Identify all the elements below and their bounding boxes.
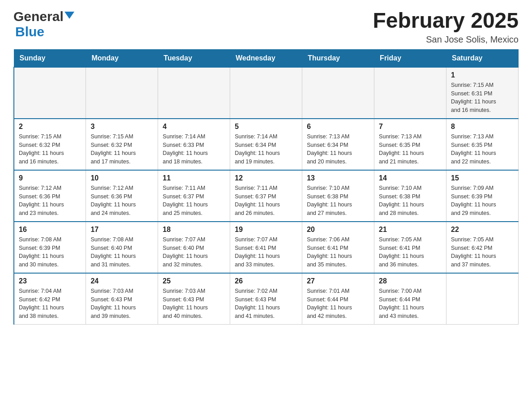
day-number: 11 (163, 174, 225, 182)
calendar-day-cell: 12Sunrise: 7:11 AMSunset: 6:37 PMDayligh… (230, 170, 302, 222)
day-info: Sunrise: 7:03 AMSunset: 6:43 PMDaylight:… (163, 287, 225, 321)
logo: General Blue (13, 9, 74, 39)
calendar-day-cell: 10Sunrise: 7:12 AMSunset: 6:36 PMDayligh… (86, 170, 158, 222)
day-info: Sunrise: 7:13 AMSunset: 6:35 PMDaylight:… (379, 133, 442, 166)
calendar-day-cell: 8Sunrise: 7:13 AMSunset: 6:35 PMDaylight… (446, 119, 519, 170)
day-number: 14 (379, 174, 442, 182)
day-number: 7 (379, 123, 442, 131)
calendar-day-header: Thursday (302, 49, 374, 67)
day-number: 6 (307, 123, 369, 131)
calendar-day-header: Wednesday (230, 49, 302, 67)
calendar-day-cell: 23Sunrise: 7:04 AMSunset: 6:42 PMDayligh… (14, 273, 86, 325)
day-info: Sunrise: 7:12 AMSunset: 6:36 PMDaylight:… (19, 184, 81, 218)
calendar-day-cell: 14Sunrise: 7:10 AMSunset: 6:38 PMDayligh… (374, 170, 446, 222)
calendar-week-row: 16Sunrise: 7:08 AMSunset: 6:39 PMDayligh… (14, 222, 519, 273)
day-info: Sunrise: 7:11 AMSunset: 6:37 PMDaylight:… (235, 184, 297, 218)
calendar-header-row: SundayMondayTuesdayWednesdayThursdayFrid… (14, 49, 519, 67)
day-info: Sunrise: 7:02 AMSunset: 6:43 PMDaylight:… (235, 287, 297, 321)
logo-blue-text: Blue (15, 24, 44, 39)
day-number: 8 (451, 123, 514, 131)
day-info: Sunrise: 7:15 AMSunset: 6:31 PMDaylight:… (451, 81, 514, 115)
calendar-day-cell: 5Sunrise: 7:14 AMSunset: 6:34 PMDaylight… (230, 119, 302, 170)
calendar-day-cell (302, 67, 374, 119)
logo-arrow-icon (64, 12, 74, 21)
calendar-day-cell: 21Sunrise: 7:05 AMSunset: 6:41 PMDayligh… (374, 222, 446, 273)
title-block: February 2025 San Jose Solis, Mexico (373, 9, 519, 45)
day-info: Sunrise: 7:03 AMSunset: 6:43 PMDaylight:… (90, 287, 153, 321)
day-info: Sunrise: 7:05 AMSunset: 6:41 PMDaylight:… (379, 235, 442, 269)
calendar-day-header: Friday (374, 49, 446, 67)
calendar-day-cell (14, 67, 86, 119)
day-number: 19 (235, 226, 297, 234)
day-info: Sunrise: 7:15 AMSunset: 6:32 PMDaylight:… (19, 133, 81, 166)
calendar-day-cell: 26Sunrise: 7:02 AMSunset: 6:43 PMDayligh… (230, 273, 302, 325)
calendar-day-cell (230, 67, 302, 119)
calendar-day-cell: 17Sunrise: 7:08 AMSunset: 6:40 PMDayligh… (86, 222, 158, 273)
calendar-day-cell: 1Sunrise: 7:15 AMSunset: 6:31 PMDaylight… (446, 67, 519, 119)
day-number: 23 (19, 277, 81, 285)
day-info: Sunrise: 7:04 AMSunset: 6:42 PMDaylight:… (19, 287, 81, 321)
day-number: 3 (90, 123, 153, 131)
calendar-week-row: 23Sunrise: 7:04 AMSunset: 6:42 PMDayligh… (14, 273, 519, 325)
day-number: 28 (379, 277, 442, 285)
logo-general-text: General (13, 9, 64, 24)
day-number: 9 (19, 174, 81, 182)
calendar-day-cell: 13Sunrise: 7:10 AMSunset: 6:38 PMDayligh… (302, 170, 374, 222)
calendar-day-cell: 27Sunrise: 7:01 AMSunset: 6:44 PMDayligh… (302, 273, 374, 325)
day-info: Sunrise: 7:13 AMSunset: 6:34 PMDaylight:… (307, 133, 369, 166)
calendar-day-cell: 3Sunrise: 7:15 AMSunset: 6:32 PMDaylight… (86, 119, 158, 170)
calendar-day-cell: 16Sunrise: 7:08 AMSunset: 6:39 PMDayligh… (14, 222, 86, 273)
calendar-day-cell: 24Sunrise: 7:03 AMSunset: 6:43 PMDayligh… (86, 273, 158, 325)
day-info: Sunrise: 7:11 AMSunset: 6:37 PMDaylight:… (163, 184, 225, 218)
calendar-day-cell: 9Sunrise: 7:12 AMSunset: 6:36 PMDaylight… (14, 170, 86, 222)
day-number: 26 (235, 277, 297, 285)
calendar-day-cell (446, 273, 519, 325)
location: San Jose Solis, Mexico (373, 34, 519, 45)
calendar-day-cell (158, 67, 230, 119)
day-info: Sunrise: 7:07 AMSunset: 6:40 PMDaylight:… (163, 235, 225, 269)
calendar-day-cell: 22Sunrise: 7:05 AMSunset: 6:42 PMDayligh… (446, 222, 519, 273)
calendar-week-row: 2Sunrise: 7:15 AMSunset: 6:32 PMDaylight… (14, 119, 519, 170)
calendar-day-header: Monday (86, 49, 158, 67)
day-info: Sunrise: 7:10 AMSunset: 6:38 PMDaylight:… (307, 184, 369, 218)
calendar-day-header: Saturday (446, 49, 519, 67)
day-info: Sunrise: 7:07 AMSunset: 6:41 PMDaylight:… (235, 235, 297, 269)
day-number: 16 (19, 226, 81, 234)
day-info: Sunrise: 7:10 AMSunset: 6:38 PMDaylight:… (379, 184, 442, 218)
calendar-day-cell: 25Sunrise: 7:03 AMSunset: 6:43 PMDayligh… (158, 273, 230, 325)
day-number: 21 (379, 226, 442, 234)
day-info: Sunrise: 7:08 AMSunset: 6:39 PMDaylight:… (19, 235, 81, 269)
calendar-day-cell: 4Sunrise: 7:14 AMSunset: 6:33 PMDaylight… (158, 119, 230, 170)
day-info: Sunrise: 7:09 AMSunset: 6:39 PMDaylight:… (451, 184, 514, 218)
calendar-day-cell: 15Sunrise: 7:09 AMSunset: 6:39 PMDayligh… (446, 170, 519, 222)
calendar-day-cell: 19Sunrise: 7:07 AMSunset: 6:41 PMDayligh… (230, 222, 302, 273)
day-number: 17 (90, 226, 153, 234)
calendar-day-cell: 2Sunrise: 7:15 AMSunset: 6:32 PMDaylight… (14, 119, 86, 170)
day-number: 22 (451, 226, 514, 234)
calendar-day-cell: 7Sunrise: 7:13 AMSunset: 6:35 PMDaylight… (374, 119, 446, 170)
day-info: Sunrise: 7:06 AMSunset: 6:41 PMDaylight:… (307, 235, 369, 269)
calendar-day-cell: 6Sunrise: 7:13 AMSunset: 6:34 PMDaylight… (302, 119, 374, 170)
day-info: Sunrise: 7:00 AMSunset: 6:44 PMDaylight:… (379, 287, 442, 321)
calendar-day-cell: 20Sunrise: 7:06 AMSunset: 6:41 PMDayligh… (302, 222, 374, 273)
day-info: Sunrise: 7:08 AMSunset: 6:40 PMDaylight:… (90, 235, 153, 269)
month-title: February 2025 (373, 9, 519, 33)
calendar-day-cell: 18Sunrise: 7:07 AMSunset: 6:40 PMDayligh… (158, 222, 230, 273)
day-number: 20 (307, 226, 369, 234)
calendar-week-row: 9Sunrise: 7:12 AMSunset: 6:36 PMDaylight… (14, 170, 519, 222)
calendar-day-cell (86, 67, 158, 119)
day-number: 12 (235, 174, 297, 182)
calendar-day-header: Tuesday (158, 49, 230, 67)
day-info: Sunrise: 7:01 AMSunset: 6:44 PMDaylight:… (307, 287, 369, 321)
calendar-day-cell: 28Sunrise: 7:00 AMSunset: 6:44 PMDayligh… (374, 273, 446, 325)
day-number: 4 (163, 123, 225, 131)
day-number: 15 (451, 174, 514, 182)
day-info: Sunrise: 7:15 AMSunset: 6:32 PMDaylight:… (90, 133, 153, 166)
day-number: 24 (90, 277, 153, 285)
calendar-day-cell: 11Sunrise: 7:11 AMSunset: 6:37 PMDayligh… (158, 170, 230, 222)
page-header: General Blue February 2025 San Jose Soli… (13, 9, 519, 45)
day-info: Sunrise: 7:13 AMSunset: 6:35 PMDaylight:… (451, 133, 514, 166)
day-number: 1 (451, 71, 514, 79)
day-info: Sunrise: 7:05 AMSunset: 6:42 PMDaylight:… (451, 235, 514, 269)
day-number: 18 (163, 226, 225, 234)
